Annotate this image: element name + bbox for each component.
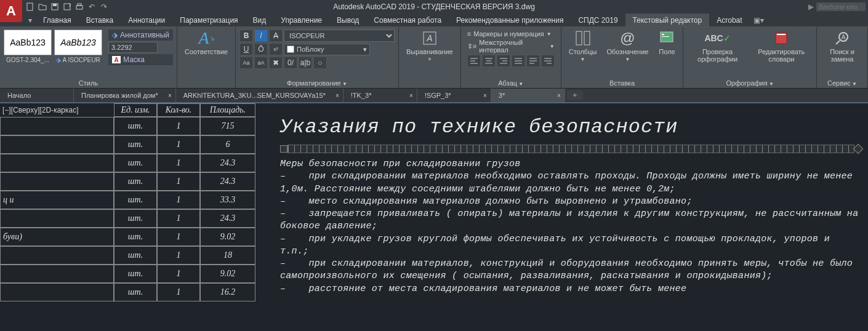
undo-icon[interactable]: ↶: [86, 2, 97, 12]
panel-paragraph-title[interactable]: Абзац: [465, 78, 557, 88]
align-center-button[interactable]: [482, 55, 496, 67]
panel-style-title: Стиль: [4, 78, 173, 88]
text-ruler[interactable]: [280, 145, 862, 153]
redo-icon[interactable]: ↷: [98, 2, 110, 12]
italic-button[interactable]: I: [254, 30, 268, 42]
doc-tab-5[interactable]: 3*×: [491, 89, 565, 102]
mask-button[interactable]: AМаска: [108, 54, 173, 65]
bullets-dropdown[interactable]: ≡Маркеры и нумерация▼: [465, 30, 554, 38]
doc-tab-1[interactable]: Планировка жилой дом*×: [74, 89, 176, 102]
ribbon-tab-11[interactable]: Acrobat: [709, 14, 749, 26]
keyword-search-input[interactable]: [816, 2, 866, 11]
svg-rect-0: [27, 3, 33, 10]
panel-expand-icon[interactable]: ▣▾: [750, 16, 768, 25]
lowercase-button[interactable]: aA: [254, 57, 268, 69]
uppercase-button[interactable]: Aa: [239, 57, 253, 69]
ruler-left-handle[interactable]: [280, 145, 287, 153]
line-spacing-dropdown[interactable]: ⇕≡Межстрочный интервал▼: [465, 38, 557, 54]
ribbon-tab-8[interactable]: Рекомендованные приложения: [449, 14, 571, 26]
panel-tools-title[interactable]: Сервис: [821, 78, 864, 88]
width-factor-button[interactable]: ○: [313, 57, 327, 69]
doc-tab-2[interactable]: ARKhITEKTURA_3KU...SEM_KURSOVAYa15*×: [176, 89, 344, 102]
close-tab-icon[interactable]: ×: [557, 92, 561, 99]
panel-spelling: ABC✓ Проверка орфографии Редактировать с…: [683, 27, 817, 88]
close-tab-icon[interactable]: ×: [409, 92, 413, 99]
table-cell: шт.: [114, 154, 157, 172]
text-height-input[interactable]: [108, 42, 158, 53]
ribbon-tab-10[interactable]: Текстовый редактор: [625, 14, 710, 26]
saveas-icon[interactable]: [62, 2, 73, 12]
ribbon-tab-7[interactable]: Совместная работа: [366, 14, 449, 26]
doc-tab-3[interactable]: !TK_3*×: [344, 89, 417, 102]
save-icon[interactable]: [49, 2, 60, 12]
edit-dictionaries-button[interactable]: Редактировать словари: [750, 30, 813, 63]
columns-button[interactable]: Столбцы▼: [565, 30, 601, 62]
strikethrough-button[interactable]: A̶: [269, 30, 283, 42]
text-style-isocpeur[interactable]: AaBb123: [54, 30, 102, 55]
oblique-button[interactable]: 0/: [284, 57, 297, 69]
close-tab-icon[interactable]: ×: [168, 92, 172, 99]
font-select[interactable]: ISOCPEUR: [284, 30, 395, 42]
find-replace-button[interactable]: A Поиск и замена: [821, 30, 864, 63]
underline-button[interactable]: U: [239, 43, 253, 55]
ruler-scale[interactable]: [287, 145, 854, 153]
panel-paragraph: ≡Маркеры и нумерация▼ ⇕≡Межстрочный инте…: [461, 27, 561, 88]
color-select[interactable]: ПоБлоку▾: [284, 44, 370, 55]
text-editor-area[interactable]: Указания по технике безопасности Меры бе…: [255, 103, 868, 331]
ribbon-tab-2[interactable]: Аннотации: [121, 14, 172, 26]
new-tab-button[interactable]: +: [567, 90, 583, 100]
table-cell: 715: [200, 117, 255, 135]
subscript-button[interactable]: x²: [269, 43, 283, 55]
ruler-right-handle[interactable]: [853, 144, 864, 154]
panel-style: AaBb123 GOST-2.304_... AaBb123 ⬗ A ISOCP…: [0, 27, 177, 88]
table-cell: шт.: [114, 265, 157, 283]
table-cell: шт.: [114, 172, 157, 191]
symbol-button[interactable]: @ Обозначение▼: [603, 30, 652, 62]
ribbon-tab-1[interactable]: Вставка: [79, 14, 121, 26]
align-right-button[interactable]: [497, 55, 510, 67]
annotative-toggle[interactable]: ⬗Аннотативный: [108, 30, 173, 41]
text-style-gost[interactable]: AaBb123: [4, 30, 52, 55]
align-left-button[interactable]: [467, 55, 481, 67]
app-logo[interactable]: A: [0, 0, 22, 22]
doc-tab-4[interactable]: !SGP_3*×: [417, 89, 491, 102]
match-properties-button[interactable]: A↘ Соответствие: [181, 30, 231, 55]
ribbon-tab-6[interactable]: Вывод: [329, 14, 366, 26]
plot-icon[interactable]: [74, 2, 85, 12]
panel-spelling-title[interactable]: Орфография: [687, 78, 813, 88]
ribbon-tab-5[interactable]: Управление: [273, 14, 329, 26]
overline-button[interactable]: Ō: [254, 43, 268, 55]
viewport-controls[interactable]: [−][Сверху][2D-каркас]: [0, 103, 114, 117]
table-row: шт.19.02: [0, 265, 255, 283]
clear-format-button[interactable]: ✖: [269, 57, 283, 69]
table-cell: шт.: [114, 117, 157, 135]
svg-rect-5: [78, 4, 81, 6]
menu-dropdown-icon[interactable]: ▾: [25, 16, 36, 25]
mtext-body[interactable]: Меры безопасности при складировании груз…: [280, 158, 862, 295]
mtext-title[interactable]: Указания по технике безопасности: [280, 116, 862, 138]
table-cell: [0, 209, 114, 228]
field-button[interactable]: Поле: [654, 30, 679, 55]
close-tab-icon[interactable]: ×: [336, 92, 339, 99]
table-cell: шт.: [114, 283, 157, 301]
ribbon-tab-0[interactable]: Главная: [36, 14, 79, 26]
table-row: шт.118: [0, 246, 255, 265]
ribbon-tab-4[interactable]: Вид: [246, 14, 274, 26]
align-dist2-button[interactable]: [541, 55, 555, 67]
new-icon[interactable]: [25, 2, 36, 12]
doc-tab-0[interactable]: Начало: [0, 89, 74, 102]
table-cell: 1: [157, 154, 200, 172]
close-tab-icon[interactable]: ×: [483, 92, 487, 99]
align-dist-button[interactable]: [526, 55, 540, 67]
justify-icon: A: [421, 30, 438, 47]
align-justify-button[interactable]: [512, 55, 525, 67]
open-icon[interactable]: [37, 2, 48, 12]
table-cell: 9.02: [200, 228, 255, 246]
bold-button[interactable]: B: [239, 30, 253, 42]
panel-formatting-title[interactable]: Форматирование: [239, 78, 395, 88]
ribbon-tab-3[interactable]: Параметризация: [172, 14, 245, 26]
justify-button[interactable]: A Выравнивание ▼: [403, 30, 457, 62]
tracking-button[interactable]: a|b: [299, 57, 312, 69]
spell-check-button[interactable]: ABC✓ Проверка орфографии: [687, 30, 747, 63]
ribbon-tab-9[interactable]: СПДС 2019: [571, 14, 625, 26]
